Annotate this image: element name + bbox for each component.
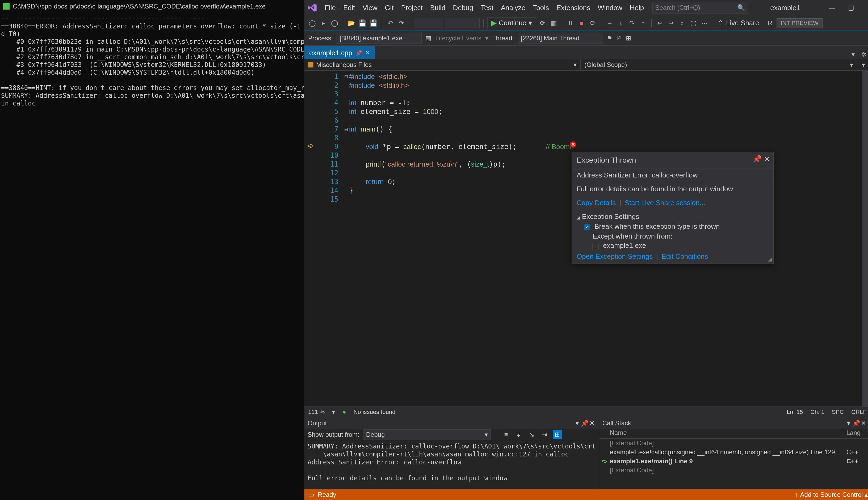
scope-extra-combo[interactable]: ▾ bbox=[857, 59, 868, 70]
minimize-button[interactable]: — bbox=[823, 0, 842, 15]
except-item-checkbox[interactable] bbox=[592, 243, 599, 249]
start-live-share-link[interactable]: Start Live Share session... bbox=[625, 199, 705, 207]
editor-vscrollbar[interactable] bbox=[863, 71, 868, 407]
restart-icon[interactable]: ⟳ bbox=[588, 19, 597, 27]
scope-file-combo[interactable]: Miscellaneous Files ▾ bbox=[304, 59, 581, 70]
config-combo[interactable] bbox=[414, 18, 443, 29]
menu-debug[interactable]: Debug bbox=[449, 0, 477, 15]
open-exception-settings-link[interactable]: Open Exception Settings bbox=[577, 252, 653, 260]
tb-icon-b[interactable]: ↪ bbox=[667, 19, 676, 27]
flag-icon[interactable]: ⚑ bbox=[607, 35, 613, 42]
edit-conditions-link[interactable]: Edit Conditions bbox=[661, 252, 708, 260]
output-toggle-icon[interactable]: ⊞ bbox=[553, 430, 562, 439]
exception-settings-header[interactable]: ◢Exception Settings bbox=[577, 213, 769, 221]
redo-icon[interactable]: ↷ bbox=[397, 19, 406, 27]
exc-close-icon[interactable]: ✕ bbox=[763, 155, 771, 163]
continue-button[interactable]: ▶ Continue ▾ bbox=[487, 17, 536, 29]
break-all-icon[interactable]: ⏸ bbox=[566, 19, 575, 27]
nav-back-icon[interactable]: ◯ bbox=[308, 19, 316, 27]
menu-extensions[interactable]: Extensions bbox=[553, 0, 594, 15]
call-stack-row[interactable]: [External Code] bbox=[599, 439, 868, 448]
cs-col-name[interactable]: Name bbox=[599, 429, 846, 439]
new-item-icon[interactable]: ◯ bbox=[330, 19, 339, 27]
tb-icon-d[interactable]: ⬚ bbox=[689, 19, 698, 27]
undo-icon[interactable]: ↶ bbox=[386, 19, 395, 27]
live-share-button[interactable]: ⇪ Live Share bbox=[713, 17, 763, 29]
platform-combo[interactable] bbox=[445, 18, 480, 29]
tab-close-icon[interactable]: ✕ bbox=[365, 49, 370, 56]
vs-titlebar[interactable]: File Edit View Git Project Build Debug T… bbox=[304, 0, 868, 15]
menu-git[interactable]: Git bbox=[381, 0, 398, 15]
tab-overflow-icon[interactable]: ▾ bbox=[849, 50, 858, 59]
maximize-button[interactable]: ▢ bbox=[842, 0, 861, 15]
menu-file[interactable]: File bbox=[321, 0, 340, 15]
tag-icon[interactable]: ⚐ bbox=[616, 35, 622, 42]
call-stack-row[interactable]: ➪example1.exe!main() Line 9C++ bbox=[599, 457, 868, 466]
save-all-icon[interactable]: 💾 bbox=[369, 19, 378, 27]
output-clear-icon[interactable]: ≡ bbox=[502, 430, 511, 439]
tab-settings-icon[interactable]: ✲ bbox=[859, 50, 868, 59]
resize-grip-icon[interactable]: ◢ bbox=[768, 256, 772, 262]
issues-label[interactable]: No issues found bbox=[354, 409, 396, 416]
menu-view[interactable]: View bbox=[359, 0, 381, 15]
zoom-level[interactable]: 111 % bbox=[308, 409, 325, 416]
exc-pin-icon[interactable]: 📌 bbox=[753, 155, 761, 163]
indent-indicator[interactable]: SPC bbox=[832, 409, 844, 416]
output-source-combo[interactable]: Debug▾ bbox=[363, 429, 491, 440]
output-close-icon[interactable]: ✕ bbox=[588, 420, 596, 427]
call-stack-row[interactable]: example1.exe!calloc(unsigned __int64 nme… bbox=[599, 448, 868, 457]
cs-pin-icon[interactable]: 📌 bbox=[852, 420, 860, 427]
show-next-stmt-icon[interactable]: → bbox=[605, 19, 614, 27]
menu-help[interactable]: Help bbox=[626, 0, 648, 15]
call-stack-row[interactable]: [External Code] bbox=[599, 466, 868, 475]
scope-global-combo[interactable]: (Global Scope) ▾ bbox=[581, 59, 857, 70]
pin-icon[interactable]: 📌 bbox=[355, 50, 362, 56]
tb-icon-a[interactable]: ↩ bbox=[655, 19, 664, 27]
cs-close-icon[interactable]: ✕ bbox=[860, 420, 867, 427]
menu-tools[interactable]: Tools bbox=[529, 0, 553, 15]
cs-col-lang[interactable]: Lang bbox=[846, 429, 868, 439]
output-wrap-icon[interactable]: ↲ bbox=[514, 430, 523, 439]
open-file-icon[interactable]: 📂 bbox=[347, 19, 356, 27]
code-editor[interactable]: ➪ 123456789101112131415 ⊟ ⊟ #include <st… bbox=[304, 71, 868, 407]
thread-combo[interactable]: [22260] Main Thread bbox=[518, 33, 603, 44]
process-combo[interactable]: [38840] example1.exe bbox=[336, 33, 422, 44]
step-target-icon[interactable]: ▦ bbox=[549, 19, 558, 27]
error-glyph-icon[interactable]: ✕ bbox=[570, 141, 576, 148]
exception-popup[interactable]: Exception Thrown 📌 ✕ Address Sanitizer E… bbox=[571, 152, 774, 263]
menu-build[interactable]: Build bbox=[426, 0, 449, 15]
output-text[interactable]: SUMMARY: AddressSanitizer: calloc-overfl… bbox=[304, 440, 599, 489]
feedback-icon[interactable]: Ŗ bbox=[765, 19, 775, 27]
step-into-icon[interactable]: ↓ bbox=[616, 19, 625, 27]
step-over-icon[interactable]: ↷ bbox=[627, 19, 636, 27]
lifecycle-icon[interactable]: ▦ bbox=[425, 35, 432, 42]
output-goto-icon[interactable]: ↘ bbox=[527, 430, 536, 439]
copy-details-link[interactable]: Copy Details bbox=[577, 199, 616, 207]
menu-edit[interactable]: Edit bbox=[340, 0, 359, 15]
add-source-control[interactable]: Add to Source Control bbox=[800, 491, 863, 498]
console-titlebar[interactable]: C:\MSDN\cpp-docs-pr\docs\c-language\ASAN… bbox=[0, 0, 304, 13]
stop-debug-icon[interactable]: ■ bbox=[577, 19, 586, 27]
tab-example1-cpp[interactable]: example1.cpp 📌 ✕ bbox=[304, 46, 375, 59]
frames-icon[interactable]: ⊞ bbox=[626, 35, 631, 42]
output-dropdown-icon[interactable]: ▾ bbox=[574, 420, 581, 427]
close-button[interactable]: ✕ bbox=[861, 0, 868, 15]
fold-gutter[interactable]: ⊟ ⊟ bbox=[343, 71, 349, 407]
nav-fwd-icon[interactable]: ▸ bbox=[319, 19, 328, 27]
save-icon[interactable]: 💾 bbox=[358, 19, 367, 27]
search-input[interactable]: Search (Ctrl+Q) 🔍 bbox=[653, 2, 748, 13]
hot-reload-icon[interactable]: ⟳ bbox=[538, 19, 547, 27]
step-out-icon[interactable]: ↑ bbox=[638, 19, 648, 27]
tb-icon-c[interactable]: ↕ bbox=[678, 19, 687, 27]
cs-dropdown-icon[interactable]: ▾ bbox=[845, 420, 852, 427]
menu-project[interactable]: Project bbox=[398, 0, 426, 15]
menu-window[interactable]: Window bbox=[594, 0, 626, 15]
tb-icon-e[interactable]: ⋯ bbox=[700, 19, 709, 27]
break-when-checkbox[interactable]: ✓ bbox=[584, 224, 590, 230]
call-stack-list[interactable]: [External Code]example1.exe!calloc(unsig… bbox=[599, 439, 868, 475]
menu-test[interactable]: Test bbox=[477, 0, 497, 15]
menu-analyze[interactable]: Analyze bbox=[497, 0, 529, 15]
eol-indicator[interactable]: CRLF bbox=[851, 409, 866, 416]
output-indent-icon[interactable]: ⇥ bbox=[540, 430, 549, 439]
output-pin-icon[interactable]: 📌 bbox=[581, 420, 588, 427]
